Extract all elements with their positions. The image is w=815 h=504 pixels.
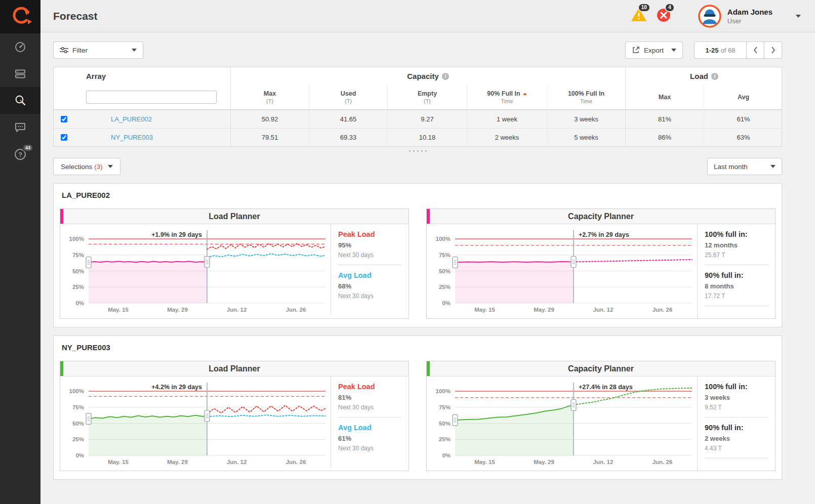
svg-text:?: ?: [18, 150, 22, 158]
pure1-logo[interactable]: [0, 0, 40, 33]
table-group-header: Array Capacity i Load i: [54, 67, 782, 85]
sidebar-item-analysis[interactable]: [0, 87, 40, 114]
accent-bar: [60, 209, 63, 224]
svg-text:25%: 25%: [72, 436, 84, 442]
svg-text:May. 15: May. 15: [108, 459, 129, 465]
sidebar-item-appliances[interactable]: [0, 60, 40, 87]
period-dropdown[interactable]: Last month: [707, 158, 782, 175]
column-header-load-avg[interactable]: Avg: [704, 85, 783, 109]
sidebar-item-help[interactable]: ? 43: [0, 141, 40, 167]
cell-load-avg: 63%: [704, 129, 783, 146]
export-label: Export: [644, 47, 664, 54]
array-section: NY_PURE003 Load Planner 100%75%50%25%0%+…: [53, 335, 782, 480]
table-row[interactable]: NY_PURE003 79.51 69.33 10.18 2 weeks 5 w…: [54, 128, 782, 146]
svg-text:Jun. 12: Jun. 12: [227, 307, 247, 313]
svg-text:May. 29: May. 29: [167, 307, 188, 313]
array-filter-input[interactable]: [86, 91, 217, 104]
warning-count-badge: 10: [638, 3, 650, 12]
cell-load-avg: 61%: [704, 110, 783, 128]
load-planner-chart[interactable]: 100%75%50%25%0%+1.9% in 29 daysMay. 15Ma…: [60, 227, 331, 315]
table-row[interactable]: LA_PURE002 50.92 41.65 9.27 1 week 3 wee…: [54, 110, 782, 128]
selection-toolbar: Selections (3) Last month: [53, 158, 782, 175]
svg-text:Jun. 12: Jun. 12: [593, 307, 614, 313]
panel-title: Capacity Planner: [427, 361, 775, 376]
capacity-stats: 100% full in: 3 weeks 9.52 T 90% full in…: [697, 376, 775, 471]
accent-bar: [60, 361, 63, 376]
prev-page-button[interactable]: [746, 41, 764, 59]
load-planner-panel: Load Planner 100%75%50%25%0%+1.9% in 29 …: [60, 208, 409, 319]
selections-button[interactable]: Selections (3): [53, 158, 120, 175]
user-role: User: [727, 17, 772, 25]
period-value: Last month: [714, 163, 748, 171]
capacity-planner-chart[interactable]: 100%75%50%25%0%+27.4% in 28 daysMay. 15M…: [427, 380, 697, 468]
svg-text:May. 15: May. 15: [108, 307, 129, 313]
column-header-used[interactable]: Used(T): [309, 85, 388, 109]
cell-empty: 10.18: [388, 129, 467, 146]
svg-text:Jun. 26: Jun. 26: [653, 307, 673, 313]
error-count-badge: 4: [665, 3, 675, 12]
cell-load-max: 86%: [626, 129, 704, 146]
sidebar-item-messages[interactable]: [0, 114, 40, 141]
svg-text:0%: 0%: [442, 452, 451, 458]
column-header-90-full[interactable]: 90% Full In Time: [467, 85, 547, 109]
arrays-list-icon: [14, 68, 26, 80]
svg-text:May. 29: May. 29: [534, 307, 554, 313]
column-header-max[interactable]: Max(T): [231, 85, 309, 109]
chevron-left-icon: [753, 47, 758, 54]
warning-alerts-button[interactable]: 10: [631, 8, 646, 24]
search-analysis-icon: [14, 94, 27, 107]
error-alerts-button[interactable]: 4: [657, 8, 671, 24]
cell-max: 50.92: [231, 110, 309, 128]
svg-text:75%: 75%: [72, 252, 84, 258]
filter-sliders-icon: [60, 47, 68, 54]
chat-bubble-icon: [14, 121, 26, 134]
load-info-icon[interactable]: i: [711, 73, 718, 80]
group-header-capacity: Capacity i: [231, 67, 626, 85]
pagination-range[interactable]: 1-25 of 68: [694, 41, 747, 59]
svg-text:0%: 0%: [75, 452, 84, 458]
svg-text:+1.9% in 29 days: +1.9% in 29 days: [151, 231, 202, 238]
svg-text:50%: 50%: [439, 421, 451, 427]
load-stats: Peak Load 81% Next 30 days Avg Load 61% …: [331, 376, 409, 468]
cell-empty: 9.27: [388, 110, 467, 128]
array-link[interactable]: NY_PURE003: [111, 134, 153, 141]
svg-text:+2.7% in 29 days: +2.7% in 29 days: [579, 231, 629, 238]
chevron-right-icon: [771, 47, 776, 54]
column-header-load-max[interactable]: Max: [626, 85, 704, 109]
filter-button[interactable]: Filter: [53, 41, 143, 59]
capacity-info-icon[interactable]: i: [442, 73, 449, 80]
panel-title: Capacity Planner: [427, 209, 775, 224]
table-resize-handle[interactable]: [53, 147, 782, 153]
svg-text:May. 29: May. 29: [167, 459, 188, 465]
svg-text:+27.4% in 28 days: +27.4% in 28 days: [579, 384, 633, 391]
group-header-array[interactable]: Array: [54, 67, 231, 85]
help-count-badge: 43: [22, 144, 33, 152]
sidebar: ? 43: [0, 0, 40, 504]
capacity-planner-panel: Capacity Planner 100%75%50%25%0%+27.4% i…: [426, 361, 776, 471]
load-planner-chart[interactable]: 100%75%50%25%0%+4.2% in 29 daysMay. 15Ma…: [60, 380, 331, 468]
row-checkbox[interactable]: [61, 134, 67, 141]
capacity-planner-panel: Capacity Planner 100%75%50%25%0%+2.7% in…: [426, 208, 776, 319]
capacity-stats: 100% full in: 12 months 25.67 T 90% full…: [697, 224, 775, 318]
svg-text:+4.2% in 29 days: +4.2% in 29 days: [151, 384, 202, 391]
export-button[interactable]: Export: [625, 41, 683, 59]
gauge-icon: [14, 41, 26, 53]
svg-text:May. 15: May. 15: [474, 459, 495, 465]
user-menu[interactable]: Adam Jones User: [698, 5, 801, 28]
array-link[interactable]: LA_PURE002: [111, 115, 152, 123]
cell-used: 69.33: [309, 129, 388, 146]
forecast-table: Array Capacity i Load i Max(T) Us: [53, 67, 782, 147]
column-header-100-full[interactable]: 100% Full InTime: [547, 85, 626, 109]
selections-count: (3): [94, 163, 103, 171]
export-icon: [632, 46, 640, 54]
capacity-planner-chart[interactable]: 100%75%50%25%0%+2.7% in 29 daysMay. 15Ma…: [427, 227, 697, 315]
column-header-empty[interactable]: Empty(T): [388, 85, 467, 109]
svg-text:100%: 100%: [69, 236, 84, 242]
svg-text:Jun. 26: Jun. 26: [286, 307, 306, 313]
row-checkbox[interactable]: [61, 116, 67, 122]
cell-90-full: 2 weeks: [467, 129, 547, 146]
next-page-button[interactable]: [764, 41, 782, 59]
cell-max: 79.51: [231, 129, 309, 146]
sidebar-item-dashboard[interactable]: [0, 33, 40, 60]
accent-bar: [427, 209, 430, 224]
